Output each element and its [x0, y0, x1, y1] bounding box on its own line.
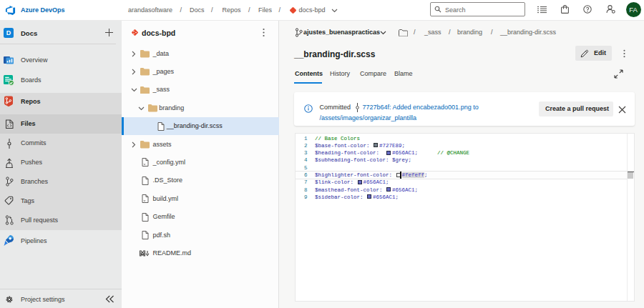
svg-text:D: D — [6, 29, 11, 36]
